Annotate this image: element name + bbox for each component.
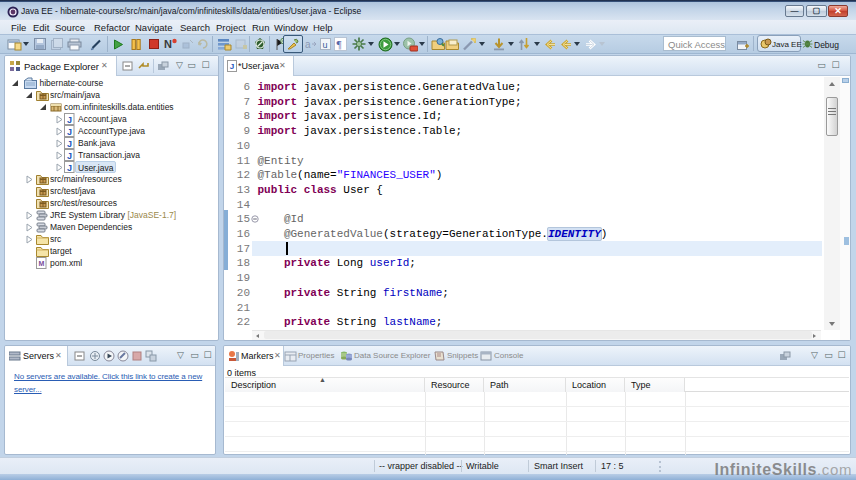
- svg-text:N: N: [164, 38, 172, 50]
- svg-text:J: J: [66, 127, 71, 137]
- svg-text:J: J: [66, 115, 71, 125]
- svg-text:J: J: [66, 163, 71, 173]
- svg-text:¶: ¶: [337, 38, 342, 50]
- svg-text:J: J: [66, 139, 71, 149]
- svg-text:u: u: [323, 40, 328, 50]
- svg-text:a: a: [305, 39, 311, 50]
- svg-text:J: J: [230, 62, 234, 71]
- svg-text:M: M: [38, 260, 44, 267]
- svg-text:J: J: [66, 151, 71, 161]
